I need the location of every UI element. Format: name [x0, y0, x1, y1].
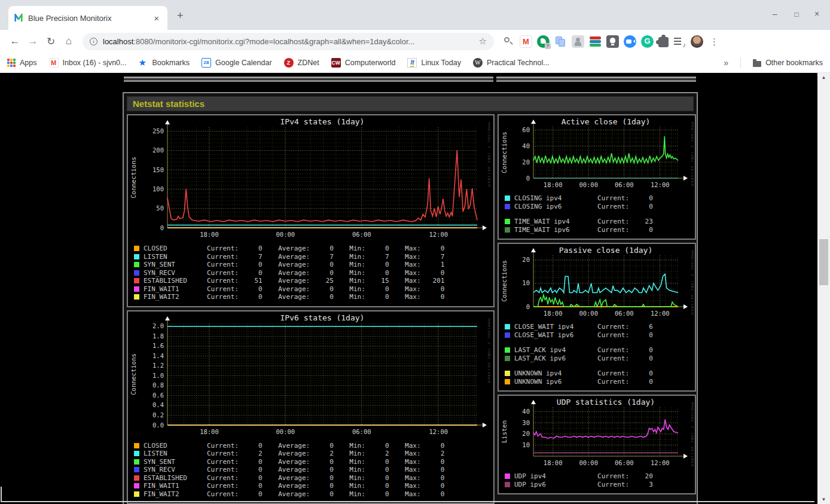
copy-icon[interactable]: [554, 35, 567, 48]
grammarly-icon[interactable]: G: [641, 35, 654, 48]
svg-text:1.2: 1.2: [152, 362, 164, 369]
window-minimize-icon[interactable]: –: [769, 9, 781, 19]
legend-swatch: [505, 196, 510, 201]
svg-text:1.0: 1.0: [152, 371, 164, 378]
voice-icon[interactable]: ?: [537, 35, 550, 48]
udp-chart: UDP statistics (1day)1020304018:0000:000…: [500, 398, 694, 471]
lamp-icon[interactable]: [606, 35, 619, 48]
svg-text:0: 0: [526, 175, 530, 182]
new-tab-icon[interactable]: +: [177, 10, 184, 22]
home-icon[interactable]: ⌂: [60, 35, 78, 47]
scrollbar[interactable]: ▲ ▼: [817, 73, 830, 504]
scrollbar-thumb[interactable]: [819, 239, 828, 285]
bookmark-item[interactable]: Apps: [7, 58, 37, 67]
svg-text:Connections: Connections: [501, 132, 508, 173]
svg-text:250: 250: [152, 127, 164, 135]
bookmark-item[interactable]: WPractical Technol...: [473, 58, 550, 68]
address-bar[interactable]: i localhost:8080/monitorix-cgi/monitorix…: [83, 33, 494, 50]
bookmark-item[interactable]: CWComputerworld: [331, 58, 396, 68]
bookmarks-overflow-icon[interactable]: »: [724, 58, 728, 68]
page-info-icon[interactable]: i: [90, 38, 97, 45]
books-icon[interactable]: [589, 35, 602, 48]
svg-text:06:00: 06:00: [615, 181, 634, 188]
legend-swatch: [505, 356, 510, 361]
legend-row: CLOSING ipv4 Current: 0: [505, 194, 691, 203]
legend-text: CLOSED Current: 0 Average: 0 Min: 0 Max:…: [144, 442, 444, 450]
bookmarks-bar: AppsMInbox (16) - sjvn0...★Bookmarks28Go…: [0, 53, 830, 73]
window-close-icon[interactable]: ×: [811, 9, 823, 19]
bookmark-item[interactable]: ZZDNet: [284, 58, 319, 68]
left-chart-column: IPv4 states (1day)05010015020025018:0000…: [127, 114, 495, 504]
window-maximize-icon[interactable]: □: [791, 10, 802, 19]
legend-text: LAST_ACK ipv4 Current: 0: [514, 346, 653, 355]
section-title: Netstat statistics: [127, 96, 694, 111]
svg-text:40: 40: [522, 408, 530, 415]
bookmark-star-icon[interactable]: ☆: [479, 36, 487, 47]
search-icon[interactable]: [502, 35, 515, 48]
passive-chart: Passive close (1day)0102018:0000:0006:00…: [500, 246, 694, 321]
bookmark-item[interactable]: 28Google Calendar: [202, 58, 272, 68]
legend-text: TIME_WAIT ipv4 Current: 23: [514, 218, 653, 226]
menu-dots-icon[interactable]: ⋮: [708, 35, 721, 48]
bookmark-item[interactable]: MInbox (16) - sjvn0...: [49, 58, 127, 68]
zoom-camera-icon[interactable]: [624, 35, 636, 48]
legend-swatch: [505, 227, 510, 233]
svg-text:2.0: 2.0: [152, 322, 164, 329]
legend-text: SYN_RECV Current: 0 Average: 0 Min: 0 Ma…: [144, 269, 444, 277]
svg-text:20: 20: [522, 158, 530, 166]
ipv4-states-panel: IPv4 states (1day)05010015020025018:0000…: [127, 114, 495, 307]
legend-swatch: [134, 451, 139, 456]
svg-text:0: 0: [526, 303, 530, 310]
legend-text: UDP ipv4 Current: 20: [514, 472, 653, 481]
gmail-icon[interactable]: M: [520, 35, 532, 48]
svg-text:RRDTOOL / TOBI OETIKER: RRDTOOL / TOBI OETIKER: [487, 123, 490, 187]
legend-row: UDP ipv6 Current: 3: [505, 481, 691, 489]
monitorix-favicon-icon: [14, 14, 23, 22]
svg-text:0.4: 0.4: [152, 401, 164, 408]
legend-swatch: [505, 219, 510, 224]
legend-swatch: [134, 443, 139, 448]
puzzle-icon[interactable]: [658, 37, 669, 47]
computerworld-icon: CW: [331, 58, 341, 68]
svg-text:150: 150: [152, 166, 164, 173]
legend-swatch: [505, 482, 510, 487]
previous-section-edge: [496, 77, 696, 82]
other-bookmarks[interactable]: Other bookmarks: [753, 59, 823, 67]
legend-text: FIN_WAIT2 Current: 0 Average: 0 Min: 0 M…: [144, 293, 444, 301]
ipv6-legend: CLOSED Current: 0 Average: 0 Min: 0 Max:…: [129, 440, 492, 501]
legend-row: FIN_WAIT1 Current: 0 Average: 0 Min: 0 M…: [134, 482, 490, 490]
legend-row: UNKNOWN ipv6 Current: 0: [505, 378, 691, 386]
url-text[interactable]: localhost:8080/monitorix-cgi/monitorix.c…: [103, 37, 474, 46]
scroll-up-icon[interactable]: ▲: [817, 73, 830, 82]
active-legend: CLOSING ipv4 Current: 0CLOSING ipv6 Curr…: [500, 193, 694, 236]
svg-text:50: 50: [156, 204, 164, 212]
legend-swatch: [134, 459, 139, 465]
avatar[interactable]: [691, 35, 703, 48]
bookmark-item[interactable]: ★Bookmarks: [139, 58, 190, 68]
scroll-down-icon[interactable]: ▼: [817, 495, 830, 504]
bookmark-item[interactable]: ltLinux Today: [407, 58, 461, 68]
legend-text: CLOSE_WAIT ipv4 Current: 6: [514, 323, 653, 331]
back-icon[interactable]: ←: [6, 35, 24, 47]
apps-grid-icon: [7, 59, 16, 67]
svg-text:00:00: 00:00: [276, 231, 295, 238]
reading-list-icon[interactable]: ♪: [673, 35, 686, 48]
legend-text: LISTEN Current: 7 Average: 7 Min: 7 Max:…: [144, 253, 444, 261]
forward-icon[interactable]: →: [24, 35, 42, 47]
ipv6-states-panel: IPv6 states (1day)0.00.20.40.60.81.01.21…: [127, 310, 495, 504]
svg-text:06:00: 06:00: [352, 231, 371, 238]
svg-text:30: 30: [522, 419, 530, 426]
legend-text: SYN_SENT Current: 0 Average: 0 Min: 0 Ma…: [144, 261, 444, 269]
legend-text: LAST_ACK ipv6 Current: 0: [514, 355, 653, 363]
legend-row: FIN_WAIT1 Current: 0 Average: 0 Min: 0 M…: [134, 285, 490, 294]
legend-row: LAST_ACK ipv4 Current: 0: [505, 346, 691, 355]
svg-text:00:00: 00:00: [276, 428, 295, 435]
tab-close-icon[interactable]: ×: [151, 13, 161, 23]
svg-text:40: 40: [522, 142, 530, 149]
person-icon[interactable]: [572, 35, 584, 48]
udp-legend: UDP ipv4 Current: 20UDP ipv6 Current: 3: [500, 471, 694, 491]
reload-icon[interactable]: ↻: [42, 35, 60, 48]
browser-tab[interactable]: Blue Precision Monitorix ×: [8, 6, 167, 30]
legend-row: LISTEN Current: 7 Average: 7 Min: 7 Max:…: [134, 253, 490, 261]
legend-swatch: [134, 270, 139, 276]
